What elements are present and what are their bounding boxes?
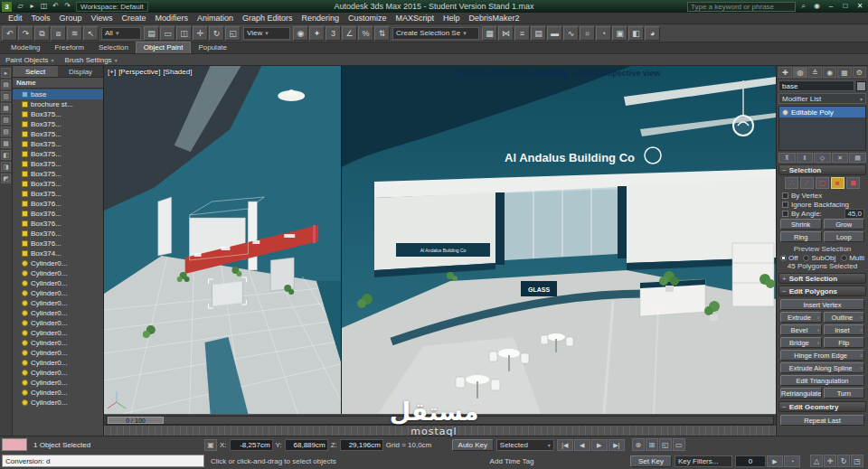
viewport-layout-tab-icon[interactable]: ▧ [1, 115, 11, 125]
scene-object-row[interactable]: Box376... [13, 199, 103, 209]
ribbon-tab[interactable]: Selection [91, 42, 136, 53]
selection-filter-dropdown[interactable]: All▾ [101, 27, 141, 40]
previous-frame-icon[interactable]: ◀ [574, 439, 590, 451]
viewport-shading-label[interactable]: [Shaded] [163, 68, 192, 76]
layout-tab-arrow-icon[interactable]: ▸ [1, 68, 11, 78]
orbit-icon[interactable]: ↻ [837, 455, 850, 467]
redo-icon[interactable]: ↷ [61, 1, 73, 12]
use-center-icon[interactable]: ◉ [293, 26, 308, 41]
scene-object-row[interactable]: Box375... [13, 159, 103, 169]
minimize-icon[interactable]: – [825, 1, 837, 12]
ribbon-tab[interactable]: Freeform [47, 42, 90, 53]
show-end-result-icon[interactable]: ‖ [797, 153, 814, 163]
selection-grow-button[interactable]: Loop [824, 231, 865, 242]
scene-object-row[interactable]: Cylinder0... [13, 368, 103, 378]
menu-item[interactable]: DebrisMaker2 [465, 13, 524, 24]
selection-checkbox[interactable]: By Vertex [778, 191, 866, 200]
configure-modifier-sets-icon[interactable]: ▤ [849, 153, 866, 163]
new-file-icon[interactable]: ▱ [14, 1, 26, 12]
play-icon[interactable]: ▶ [591, 439, 608, 451]
ribbon-toggle-icon[interactable]: ▬ [547, 26, 562, 41]
viewport-layout-tab-icon[interactable]: ▩ [1, 138, 11, 148]
named-selection-set-dropdown[interactable]: Create Selection Se▾ [392, 27, 479, 40]
menu-item[interactable]: Customize [344, 13, 392, 24]
mirror-icon[interactable]: ⋈ [498, 26, 514, 41]
rollout-soft-selection[interactable]: +Soft Selection [778, 273, 866, 284]
edit-polygons-button[interactable]: Bevel [780, 324, 822, 335]
modify-tab-icon[interactable]: ◎ [793, 67, 807, 78]
viewport-corona-render[interactable]: Al Andalus Building Co Al Andalus Buildi… [342, 66, 776, 414]
next-frame-icon[interactable]: ▶ [767, 455, 783, 467]
bind-to-space-warp-icon[interactable]: ≋ [67, 26, 82, 41]
key-selection-dropdown[interactable]: Selected▾ [496, 439, 554, 451]
scene-object-row[interactable]: Box375... [13, 189, 103, 199]
snaps-toggle-icon[interactable]: 3 [326, 26, 341, 41]
selection-grow-button[interactable]: Shrink [780, 219, 822, 230]
preview-radio[interactable]: Multi [841, 254, 864, 262]
modifier-stack-row[interactable]: Editable Poly [779, 107, 865, 117]
redo-icon[interactable]: ↷ [18, 26, 33, 41]
percent-snap-icon[interactable]: % [358, 26, 373, 41]
align-icon[interactable]: ≡ [514, 26, 530, 41]
viewport-layout-tab-icon[interactable]: ◧ [1, 150, 11, 160]
select-by-name-icon[interactable]: ▤ [144, 26, 159, 41]
display-tab-icon[interactable]: ▦ [837, 67, 851, 78]
explorer-tab[interactable]: Select [13, 66, 58, 77]
window-crossing-icon[interactable]: ◫ [176, 26, 192, 41]
zoom-extents-icon[interactable]: ◱ [659, 438, 672, 451]
scene-object-row[interactable]: Cylinder0... [13, 318, 103, 328]
scene-object-row[interactable]: Cylinder0... [13, 298, 103, 308]
edge-icon[interactable]: ∕ [800, 177, 814, 189]
select-and-link-icon[interactable]: ⧉ [34, 26, 50, 41]
scene-object-row[interactable]: Box375... [13, 169, 103, 179]
scene-object-row[interactable]: Box376... [13, 209, 103, 219]
explorer-name-header[interactable]: Name [13, 78, 103, 89]
add-time-tag[interactable]: Add Time Tag [396, 457, 627, 465]
scene-object-row[interactable]: Box376... [13, 219, 103, 229]
scene-object-row[interactable]: Cylinder0... [13, 308, 103, 318]
edit-polygons-button[interactable]: Outline [824, 312, 865, 323]
viewport-menu-plus[interactable]: [+] [108, 68, 116, 76]
utilities-tab-icon[interactable]: ⚙ [853, 67, 866, 78]
edit-polygons-button[interactable]: Insert Vertex [780, 299, 864, 310]
scene-object-row[interactable]: Cylinder0... [13, 258, 103, 268]
layer-manager-icon[interactable]: ▤ [531, 26, 546, 41]
pin-stack-icon[interactable]: ⊼ [778, 153, 796, 163]
pan-icon[interactable]: ✛ [824, 455, 836, 467]
scene-object-row[interactable]: Box376... [13, 229, 103, 239]
scene-object-row[interactable]: Box375... [13, 119, 103, 129]
selection-grow-button[interactable]: Grow [824, 219, 865, 230]
menu-item[interactable]: MAXScript [392, 13, 439, 24]
explorer-tab[interactable]: Display [58, 66, 103, 77]
viewport-layout-tab-icon[interactable]: ▦ [1, 103, 11, 113]
viewport-layout-tab-icon[interactable]: ◨ [1, 162, 11, 172]
edit-polygons-button[interactable]: Edit Triangulation [780, 375, 864, 386]
scene-object-row[interactable]: Cylinder0... [13, 278, 103, 288]
menu-item[interactable]: Create [117, 13, 150, 24]
edit-polygons-button[interactable]: Extrude Along Spline [780, 362, 864, 373]
current-frame-field[interactable]: 0 [735, 455, 766, 467]
object-color-swatch[interactable] [856, 81, 866, 91]
scene-object-row[interactable]: brochure st... [13, 99, 103, 109]
track-bar[interactable] [104, 425, 776, 436]
scene-object-row[interactable]: Box375... [13, 139, 103, 149]
border-icon[interactable]: ▢ [816, 177, 829, 189]
selection-lock-icon[interactable]: ▣ [204, 439, 217, 451]
viewport-layout-tab-icon[interactable]: ▨ [1, 127, 11, 136]
maximize-icon[interactable]: □ [839, 1, 852, 12]
menu-item[interactable]: Help [439, 13, 465, 24]
select-and-manipulate-icon[interactable]: ✦ [309, 26, 325, 41]
element-icon[interactable]: ◼ [846, 177, 860, 189]
scene-object-row[interactable]: Box374... [13, 249, 103, 258]
angle-value-field[interactable]: 45,0 [844, 209, 864, 219]
ribbon-tab[interactable]: Populate [191, 42, 234, 53]
scene-object-row[interactable]: Cylinder0... [13, 328, 103, 338]
zoom-region-icon[interactable]: ▭ [673, 438, 685, 451]
edit-polygons-button[interactable]: Bridge [780, 337, 822, 348]
scene-object-row[interactable]: Box376... [13, 239, 103, 249]
maximize-viewport-icon[interactable]: ◳ [851, 455, 863, 467]
repeat-last-button[interactable]: Repeat Last [780, 415, 864, 426]
select-and-scale-icon[interactable]: ◱ [225, 26, 241, 41]
remove-modifier-icon[interactable]: ✕ [832, 153, 849, 163]
angle-snap-icon[interactable]: ∠ [342, 26, 357, 41]
